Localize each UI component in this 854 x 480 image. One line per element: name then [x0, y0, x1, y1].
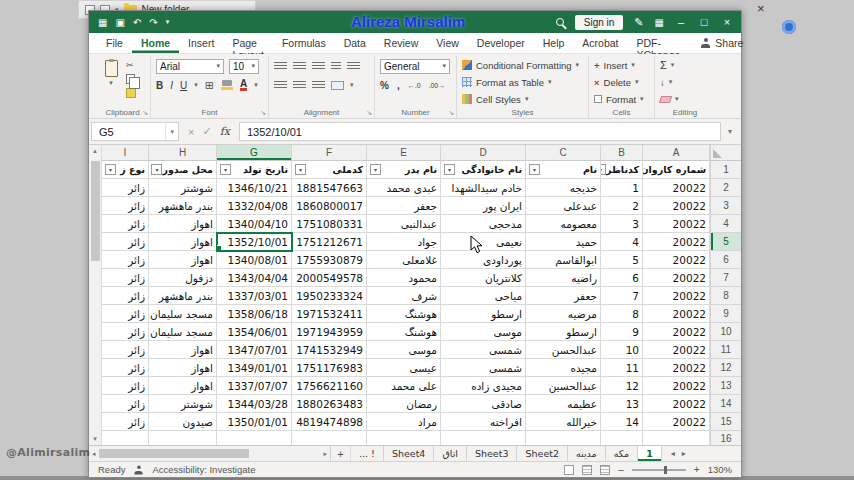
zoom-in-icon[interactable]: +	[694, 464, 700, 475]
minimize-button[interactable]: –	[675, 16, 687, 28]
cell-B10[interactable]: 9	[601, 323, 643, 341]
row-header-2[interactable]: 2	[710, 179, 741, 197]
cell-F7[interactable]: 2000549578	[292, 269, 367, 287]
cell-F16[interactable]	[292, 431, 367, 445]
cell-G13[interactable]: 1337/07/07	[217, 377, 292, 395]
cell-A11[interactable]: 20022	[643, 341, 710, 359]
background-close-icon[interactable]: ×	[757, 1, 765, 16]
row-header-14[interactable]: 14	[710, 395, 741, 413]
row-header-13[interactable]: 13	[710, 377, 741, 395]
cell-A10[interactable]: 20022	[643, 323, 710, 341]
row-header-5[interactable]: 5	[710, 233, 741, 251]
cut-icon[interactable]: ✂	[126, 59, 136, 71]
cell-B1[interactable]: كدناظر▾	[601, 161, 643, 179]
delete-cells-button[interactable]: × Delete ▾	[594, 75, 649, 89]
cell-E4[interactable]: عبدالنبی	[367, 215, 441, 233]
underline-dropdown-icon[interactable]: ▾	[194, 81, 198, 89]
cell-G7[interactable]: 1343/04/04	[217, 269, 292, 287]
row-header-4[interactable]: 4	[710, 215, 741, 233]
cell-B6[interactable]: 5	[601, 251, 643, 269]
clear-button[interactable]: ▾	[660, 92, 710, 106]
app-launcher-icon[interactable]: ▦	[98, 17, 107, 28]
insert-function-icon[interactable]: fx	[220, 125, 230, 138]
sheet-nav-left-icon[interactable]: ◂	[671, 449, 675, 458]
cell-F15[interactable]: 4819474898	[292, 413, 367, 431]
filter-dropdown-icon-H[interactable]: ▾	[151, 164, 162, 175]
formula-input[interactable]: 1352/10/01	[239, 122, 721, 141]
cell-D2[interactable]: خادم سيدالشهدا	[441, 179, 526, 197]
cell-H12[interactable]: اهواز	[149, 359, 217, 377]
zoom-slider-thumb[interactable]	[664, 466, 667, 474]
row-header-15[interactable]: 15	[710, 413, 741, 431]
merge-center-icon[interactable]	[331, 81, 344, 90]
cell-E13[interactable]: علی محمد	[367, 377, 441, 395]
cell-D8[interactable]: مياحی	[441, 287, 526, 305]
cell-C10[interactable]: ارسطو	[526, 323, 601, 341]
column-header-D[interactable]: D	[441, 145, 526, 161]
row-header-11[interactable]: 11	[710, 341, 741, 359]
cell-A3[interactable]: 20022	[643, 197, 710, 215]
cell-I12[interactable]: زائر	[102, 359, 149, 377]
cell-B13[interactable]: 12	[601, 377, 643, 395]
clipboard-dialog-launcher-icon[interactable]: ↘	[142, 109, 148, 117]
sheet-nav-right-icon[interactable]: ▸	[682, 449, 686, 458]
row-header-3[interactable]: 3	[710, 197, 741, 215]
cell-H1[interactable]: محل صدور▾	[149, 161, 217, 179]
cell-G15[interactable]: 1350/01/01	[217, 413, 292, 431]
cell-E5[interactable]: جواد	[367, 233, 441, 251]
merge-dropdown-icon[interactable]: ▾	[350, 81, 354, 89]
cell-B3[interactable]: 2	[601, 197, 643, 215]
cell-A7[interactable]: 20022	[643, 269, 710, 287]
format-cells-button[interactable]: Format ▾	[594, 92, 649, 106]
cell-I16[interactable]	[102, 431, 149, 445]
horizontal-scrollbar[interactable]: ◂ ▸	[89, 446, 331, 461]
maximize-button[interactable]: □	[698, 16, 710, 28]
number-dialog-launcher-icon[interactable]: ↘	[448, 109, 454, 117]
cell-C9[interactable]: مرضيه	[526, 305, 601, 323]
underline-button[interactable]: U	[180, 80, 187, 91]
cell-D13[interactable]: مجيدی زاده	[441, 377, 526, 395]
cell-F10[interactable]: 1971943959	[292, 323, 367, 341]
comma-style-icon[interactable]: ,	[397, 80, 400, 91]
cell-C1[interactable]: نام▾	[526, 161, 601, 179]
cell-A5[interactable]: 20022	[643, 233, 710, 251]
orientation-icon[interactable]	[331, 62, 341, 71]
paste-button[interactable]: ▾	[100, 58, 122, 99]
cell-E7[interactable]: محمود	[367, 269, 441, 287]
cell-C6[interactable]: ابوالقاسم	[526, 251, 601, 269]
cell-A1[interactable]: شماره كاروان▾	[643, 161, 710, 179]
cell-C14[interactable]: عظيمه	[526, 395, 601, 413]
cell-I13[interactable]: زائر	[102, 377, 149, 395]
cell-C16[interactable]	[526, 431, 601, 445]
fill-button[interactable]: ↓ ▾	[660, 75, 710, 89]
formula-bar-expand-icon[interactable]: ▾	[721, 127, 739, 136]
filter-dropdown-icon-G[interactable]: ▾	[220, 164, 231, 175]
format-as-table-button[interactable]: Format as Table ▾	[462, 75, 583, 89]
sheet-tab-1[interactable]: 1	[638, 446, 662, 461]
paste-dropdown-icon[interactable]: ▾	[109, 79, 113, 87]
filter-dropdown-icon-C[interactable]: ▾	[529, 164, 540, 175]
cell-H16[interactable]	[149, 431, 217, 445]
ribbon-tab-page-layout[interactable]: Page Layout	[223, 33, 273, 53]
row-header-12[interactable]: 12	[710, 359, 741, 377]
new-sheet-button[interactable]: +	[331, 446, 351, 461]
cell-I5[interactable]: زائر	[102, 233, 149, 251]
column-header-A[interactable]: A	[643, 145, 710, 161]
align-top-icon[interactable]	[274, 62, 287, 71]
page-break-view-icon[interactable]	[600, 465, 610, 475]
cell-C13[interactable]: عبدالحسين	[526, 377, 601, 395]
cell-A8[interactable]: 20022	[643, 287, 710, 305]
cell-I4[interactable]: زائر	[102, 215, 149, 233]
cell-D7[interactable]: كلانتريان	[441, 269, 526, 287]
alignment-dialog-launcher-icon[interactable]: ↘	[366, 109, 372, 117]
normal-view-icon[interactable]	[564, 465, 574, 475]
cell-E10[interactable]: هوشنگ	[367, 323, 441, 341]
row-header-6[interactable]: 6	[710, 251, 741, 269]
cell-I14[interactable]: زائر	[102, 395, 149, 413]
cell-G8[interactable]: 1337/03/01	[217, 287, 292, 305]
borders-icon[interactable]: ⊞	[205, 79, 214, 92]
ribbon-tab-developer[interactable]: Developer	[468, 33, 534, 53]
increase-decimal-icon[interactable]: ←.0	[408, 82, 421, 89]
cell-E16[interactable]	[367, 431, 441, 445]
sheet-tab-sheet2[interactable]: Sheet2	[517, 446, 568, 461]
